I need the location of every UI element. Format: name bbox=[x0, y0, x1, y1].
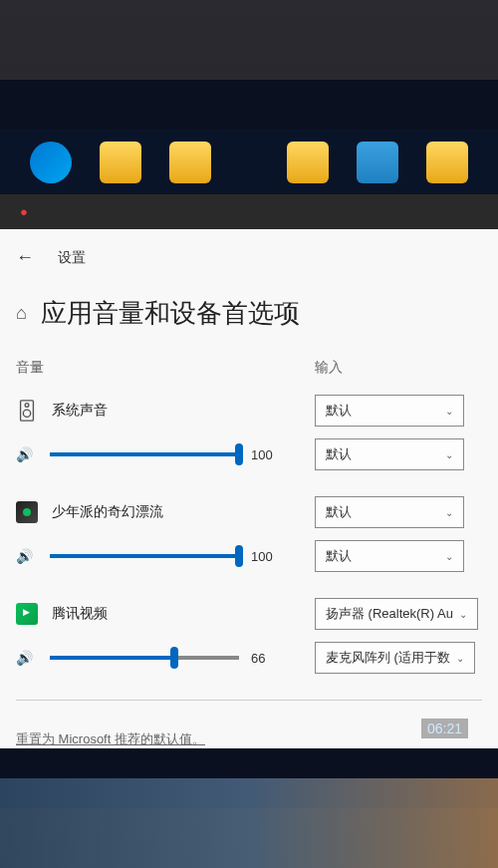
app-name-label: 腾讯视频 bbox=[52, 605, 108, 623]
chevron-down-icon: ⌄ bbox=[445, 449, 453, 460]
photo-background bbox=[0, 778, 498, 868]
input-dropdown[interactable]: 麦克风阵列 (适用于数⌄ bbox=[315, 642, 475, 674]
app-row: 腾讯视频 扬声器 (Realtek(R) Au⌄ 🔊 66 麦克风阵列 (适用于… bbox=[16, 598, 482, 674]
column-header-input: 输入 bbox=[315, 359, 343, 377]
divider bbox=[16, 700, 482, 701]
back-button[interactable]: ← bbox=[16, 247, 34, 268]
app-icon[interactable] bbox=[357, 142, 398, 183]
edge-icon[interactable] bbox=[30, 142, 72, 183]
app-row: 系统声音 默认⌄ 🔊 100 默认⌄ bbox=[16, 395, 482, 470]
output-dropdown[interactable]: 默认⌄ bbox=[315, 496, 464, 528]
tab-item[interactable]: ● bbox=[20, 204, 37, 219]
output-dropdown[interactable]: 扬声器 (Realtek(R) Au⌄ bbox=[315, 598, 478, 630]
desktop-taskbar bbox=[0, 130, 498, 194]
reset-link[interactable]: 重置为 Microsoft 推荐的默认值。 bbox=[16, 730, 482, 748]
breadcrumb[interactable]: 设置 bbox=[58, 249, 86, 267]
tencent-video-icon bbox=[16, 603, 38, 625]
settings-window: ← 设置 ⌂ 应用音量和设备首选项 音量 输入 bbox=[0, 229, 498, 748]
folder-icon[interactable] bbox=[426, 142, 468, 183]
svg-point-2 bbox=[23, 410, 30, 417]
input-dropdown[interactable]: 默认⌄ bbox=[315, 540, 464, 572]
chevron-down-icon: ⌄ bbox=[445, 507, 453, 518]
chevron-down-icon: ⌄ bbox=[445, 551, 453, 562]
app-row: 少年派的奇幻漂流 默认⌄ 🔊 100 默认⌄ bbox=[16, 496, 482, 572]
media-app-icon bbox=[16, 501, 38, 523]
volume-value: 66 bbox=[251, 651, 283, 666]
volume-icon[interactable]: 🔊 bbox=[16, 446, 38, 462]
page-title: 应用音量和设备首选项 bbox=[41, 296, 300, 331]
volume-slider[interactable] bbox=[50, 656, 239, 660]
home-icon[interactable]: ⌂ bbox=[16, 303, 27, 324]
input-dropdown[interactable]: 默认⌄ bbox=[315, 438, 464, 470]
volume-icon[interactable]: 🔊 bbox=[16, 650, 38, 666]
svg-point-1 bbox=[25, 404, 29, 408]
column-header-volume: 音量 bbox=[16, 359, 315, 377]
volume-value: 100 bbox=[251, 447, 283, 462]
chevron-down-icon: ⌄ bbox=[456, 653, 464, 664]
app-name-label: 系统声音 bbox=[52, 402, 108, 420]
output-dropdown[interactable]: 默认⌄ bbox=[315, 395, 464, 427]
chevron-down-icon: ⌄ bbox=[445, 406, 453, 417]
volume-value: 100 bbox=[251, 549, 283, 564]
browser-tab-strip: ● bbox=[0, 194, 498, 229]
speaker-device-icon bbox=[16, 400, 38, 422]
volume-slider[interactable] bbox=[50, 554, 239, 558]
clock: 06:21 bbox=[421, 719, 468, 738]
volume-slider[interactable] bbox=[50, 452, 239, 456]
folder-icon[interactable] bbox=[169, 142, 211, 183]
app-name-label: 少年派的奇幻漂流 bbox=[52, 503, 163, 521]
folder-icon[interactable] bbox=[100, 142, 141, 183]
volume-icon[interactable]: 🔊 bbox=[16, 548, 38, 564]
folder-icon[interactable] bbox=[287, 142, 329, 183]
chevron-down-icon: ⌄ bbox=[459, 609, 467, 620]
